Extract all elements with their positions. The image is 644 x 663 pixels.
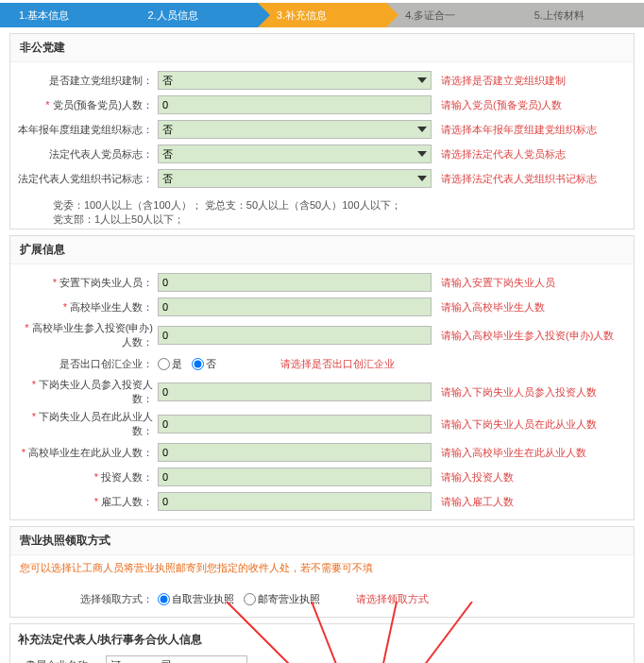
panel-party: 非公党建 是否建立党组织建制：否请选择是否建立党组织建制* 党员(预备党员)人数…	[9, 33, 635, 230]
step-1[interactable]: 1.基本信息	[0, 3, 128, 27]
party-label-1: 党员(预备党员)人数：	[53, 99, 153, 110]
ext-input-5[interactable]	[158, 415, 432, 434]
license-tip: 您可以选择让工商人员将营业执照邮寄到您指定的收件人处，若不需要可不填	[10, 555, 634, 581]
ext-label-8: 雇工人数：	[101, 496, 153, 507]
ext-input-7[interactable]	[158, 468, 432, 486]
party-hint-2: 请选择本年报年度组建党组织标志	[432, 123, 628, 137]
panel-party-title: 非公党建	[10, 34, 634, 62]
ext-label-2: 高校毕业生参入投资(申办)人数：	[32, 322, 153, 348]
panel-license: 营业执照领取方式 您可以选择让工商人员将营业执照邮寄到您指定的收件人处，若不需要…	[9, 526, 635, 618]
company-label: 隶属企业名称：	[16, 658, 101, 664]
party-label-3: 法定代表人党员标志：	[49, 148, 153, 160]
party-label-4: 法定代表人党组织书记标志：	[18, 173, 153, 184]
ext-hint-7: 请输入投资人数	[432, 470, 628, 484]
panel-license-title: 营业执照领取方式	[10, 527, 634, 555]
step-nav: 1.基本信息 2.人员信息 3.补充信息 4.多证合一 5.上传材料	[0, 3, 644, 27]
ext-input-0[interactable]	[158, 273, 432, 292]
step-4[interactable]: 4.多证合一	[386, 3, 515, 27]
ext-hint-1: 请输入高校毕业生人数	[432, 300, 628, 314]
ext-hint-3: 请选择是否出口创汇企业	[271, 357, 628, 371]
ext-hint-5: 请输入下岗失业人员在此从业人数	[432, 417, 628, 432]
panel-extend-title: 扩展信息	[10, 236, 634, 264]
ext-label-0: 安置下岗失业人员：	[59, 277, 153, 288]
ext-input-8[interactable]	[158, 492, 432, 511]
company-input[interactable]	[106, 655, 247, 663]
panel-legal-title: 补充法定代表人/执行事务合伙人信息	[16, 629, 628, 654]
ext-label-7: 投资人数：	[101, 471, 153, 483]
party-hint-1: 请输入党员(预备党员)人数	[432, 98, 628, 112]
party-select-2[interactable]: 否	[158, 120, 432, 139]
party-note: 党委：100人以上（含100人）； 党总支：50人以上（含50人）100人以下；…	[10, 196, 634, 229]
ext-label-3: 是否出口创汇企业：	[59, 358, 153, 369]
ext-label-5: 下岗失业人员在此从业人数：	[39, 411, 153, 436]
ext-hint-4: 请输入下岗失业人员参入投资人数	[432, 385, 628, 400]
ext-input-4[interactable]	[158, 382, 432, 401]
ext-input-1[interactable]	[158, 298, 432, 316]
pickup-label: 选择领取方式：	[16, 592, 158, 606]
ext-radio-opt[interactable]	[192, 358, 204, 370]
party-input-1[interactable]	[158, 95, 432, 114]
ext-input-6[interactable]	[158, 443, 432, 462]
ext-label-6: 高校毕业生在此从业人数：	[28, 447, 153, 458]
ext-label-1: 高校毕业生人数：	[70, 301, 153, 313]
party-hint-0: 请选择是否建立党组织建制	[432, 74, 628, 88]
party-hint-4: 请选择法定代表人党组织书记标志	[432, 172, 628, 186]
party-select-4[interactable]: 否	[158, 169, 432, 188]
ext-hint-0: 请输入安置下岗失业人员	[432, 276, 628, 290]
pickup-self-radio[interactable]	[158, 593, 170, 605]
ext-input-2[interactable]	[158, 326, 432, 345]
ext-radio-opt[interactable]	[158, 358, 170, 370]
party-select-3[interactable]: 否	[158, 144, 432, 163]
party-hint-3: 请选择法定代表人党员标志	[432, 147, 628, 162]
panel-extend: 扩展信息 * 安置下岗失业人员：请输入安置下岗失业人员* 高校毕业生人数：请输入…	[9, 235, 635, 520]
pickup-hint: 请选择领取方式	[347, 592, 628, 606]
step-5[interactable]: 5.上传材料	[516, 3, 644, 27]
pickup-mail-radio[interactable]	[244, 593, 256, 605]
party-label-2: 本年报年度组建党组织标志：	[18, 124, 153, 135]
ext-label-4: 下岗失业人员参入投资人数：	[39, 379, 153, 404]
step-3[interactable]: 3.补充信息	[258, 3, 386, 27]
ext-hint-6: 请输入高校毕业生在此从业人数	[432, 446, 628, 460]
panel-legal: 补充法定代表人/执行事务合伙人信息 隶属企业名称： *法定代表人姓名： 法定代表…	[9, 623, 635, 663]
ext-hint-8: 请输入雇工人数	[432, 495, 628, 509]
ext-radio-3[interactable]: 是否	[158, 354, 271, 373]
pickup-radio-group[interactable]: 自取营业执照 邮寄营业执照	[158, 589, 347, 608]
party-label-0: 是否建立党组织建制：	[49, 75, 153, 86]
step-2[interactable]: 2.人员信息	[128, 3, 257, 27]
ext-hint-2: 请输入高校毕业生参入投资(申办)人数	[432, 329, 628, 343]
party-select-0[interactable]: 否	[158, 71, 432, 90]
